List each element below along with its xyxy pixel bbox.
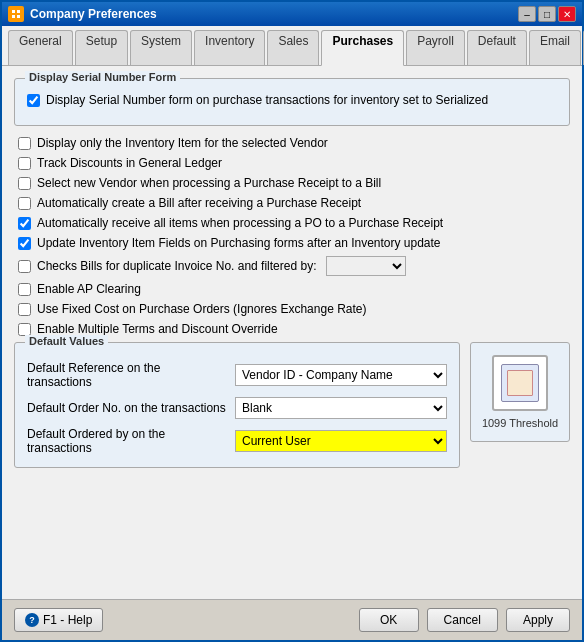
dv-select-reference[interactable]: Vendor ID - Company Name Vendor ID Compa… bbox=[235, 364, 447, 386]
cb-row-3: Automatically create a Bill after receiv… bbox=[18, 196, 566, 210]
cb-track-discounts[interactable] bbox=[18, 157, 31, 170]
title-buttons: – □ ✕ bbox=[518, 6, 576, 22]
cb-row-0: Display only the Inventory Item for the … bbox=[18, 136, 566, 150]
cb-label-5: Update Inventory Item Fields on Purchasi… bbox=[37, 236, 441, 250]
cb-multiple-terms[interactable] bbox=[18, 323, 31, 336]
ok-button[interactable]: OK bbox=[359, 608, 419, 632]
tab-sales[interactable]: Sales bbox=[267, 30, 319, 65]
cb-auto-receive[interactable] bbox=[18, 217, 31, 230]
cb-label-2: Select new Vendor when processing a Purc… bbox=[37, 176, 381, 190]
cb-label-9: Enable Multiple Terms and Discount Overr… bbox=[37, 322, 278, 336]
dv-row-2: Default Ordered by on the transactions C… bbox=[27, 427, 447, 455]
cb-auto-bill[interactable] bbox=[18, 197, 31, 210]
help-icon: ? bbox=[25, 613, 39, 627]
cb-row-9: Enable Multiple Terms and Discount Overr… bbox=[18, 322, 566, 336]
dv-select-ordered-by[interactable]: Current User None Other bbox=[235, 430, 447, 452]
serial-number-group: Display Serial Number Form Display Seria… bbox=[14, 78, 570, 126]
tab-default[interactable]: Default bbox=[467, 30, 527, 65]
threshold-button[interactable]: 1099 Threshold bbox=[470, 342, 570, 442]
main-window: Company Preferences – □ ✕ GeneralSetupSy… bbox=[0, 0, 584, 642]
tab-payroll[interactable]: Payroll bbox=[406, 30, 465, 65]
help-label: F1 - Help bbox=[43, 613, 92, 627]
duplicate-filter-select[interactable]: Vendor All bbox=[326, 256, 406, 276]
tab-email[interactable]: Email bbox=[529, 30, 581, 65]
cb-check-bills[interactable] bbox=[18, 260, 31, 273]
cb-label-3: Automatically create a Bill after receiv… bbox=[37, 196, 361, 210]
dv-row-0: Default Reference on the transactions Ve… bbox=[27, 361, 447, 389]
bottom-section: Default Values Default Reference on the … bbox=[14, 342, 570, 478]
dv-label-0: Default Reference on the transactions bbox=[27, 361, 227, 389]
cb-update-inventory[interactable] bbox=[18, 237, 31, 250]
checkboxes-section: Display only the Inventory Item for the … bbox=[14, 136, 570, 336]
tab-system[interactable]: System bbox=[130, 30, 192, 65]
dv-row-1: Default Order No. on the transactions Bl… bbox=[27, 397, 447, 419]
cb-row-5: Update Inventory Item Fields on Purchasi… bbox=[18, 236, 566, 250]
dv-label-2: Default Ordered by on the transactions bbox=[27, 427, 227, 455]
cb-enable-ap[interactable] bbox=[18, 283, 31, 296]
serial-number-checkbox-row: Display Serial Number form on purchase t… bbox=[27, 93, 557, 107]
svg-rect-1 bbox=[12, 10, 15, 13]
cb-fixed-cost[interactable] bbox=[18, 303, 31, 316]
cb-display-only[interactable] bbox=[18, 137, 31, 150]
cb-row-1: Track Discounts in General Ledger bbox=[18, 156, 566, 170]
close-button[interactable]: ✕ bbox=[558, 6, 576, 22]
svg-rect-3 bbox=[12, 15, 15, 18]
tab-bar: GeneralSetupSystemInventorySalesPurchase… bbox=[2, 26, 582, 66]
maximize-button[interactable]: □ bbox=[538, 6, 556, 22]
dv-label-1: Default Order No. on the transactions bbox=[27, 401, 227, 415]
svg-rect-4 bbox=[17, 15, 20, 18]
tab-general[interactable]: General bbox=[8, 30, 73, 65]
cb-label-1: Track Discounts in General Ledger bbox=[37, 156, 222, 170]
svg-rect-2 bbox=[17, 10, 20, 13]
cb-label-6: Checks Bills for duplicate Invoice No. a… bbox=[37, 259, 316, 273]
default-values-title: Default Values bbox=[25, 335, 108, 347]
default-values-group: Default Values Default Reference on the … bbox=[14, 342, 460, 468]
dv-select-order-no[interactable]: Blank Auto Manual bbox=[235, 397, 447, 419]
cb-row-2: Select new Vendor when processing a Purc… bbox=[18, 176, 566, 190]
serial-number-checkbox[interactable] bbox=[27, 94, 40, 107]
title-bar: Company Preferences – □ ✕ bbox=[2, 2, 582, 26]
cb-label-8: Use Fixed Cost on Purchase Orders (Ignor… bbox=[37, 302, 366, 316]
threshold-icon bbox=[492, 355, 548, 411]
help-button[interactable]: ? F1 - Help bbox=[14, 608, 103, 632]
cb-select-vendor[interactable] bbox=[18, 177, 31, 190]
footer: ? F1 - Help OK Cancel Apply bbox=[2, 599, 582, 640]
cb-row-4: Automatically receive all items when pro… bbox=[18, 216, 566, 230]
apply-button[interactable]: Apply bbox=[506, 608, 570, 632]
cb-row-7: Enable AP Clearing bbox=[18, 282, 566, 296]
serial-number-label: Display Serial Number form on purchase t… bbox=[46, 93, 488, 107]
tab-purchases[interactable]: Purchases bbox=[321, 30, 404, 66]
content-area: Display Serial Number Form Display Seria… bbox=[2, 66, 582, 599]
cb-row-6: Checks Bills for duplicate Invoice No. a… bbox=[18, 256, 566, 276]
window-title: Company Preferences bbox=[30, 7, 157, 21]
cb-label-4: Automatically receive all items when pro… bbox=[37, 216, 443, 230]
cb-label-7: Enable AP Clearing bbox=[37, 282, 141, 296]
window-icon bbox=[8, 6, 24, 22]
tab-setup[interactable]: Setup bbox=[75, 30, 128, 65]
tab-inventory[interactable]: Inventory bbox=[194, 30, 265, 65]
minimize-button[interactable]: – bbox=[518, 6, 536, 22]
serial-number-group-title: Display Serial Number Form bbox=[25, 71, 180, 83]
threshold-label: 1099 Threshold bbox=[482, 417, 558, 429]
cb-row-8: Use Fixed Cost on Purchase Orders (Ignor… bbox=[18, 302, 566, 316]
cb-label-0: Display only the Inventory Item for the … bbox=[37, 136, 328, 150]
cancel-button[interactable]: Cancel bbox=[427, 608, 498, 632]
